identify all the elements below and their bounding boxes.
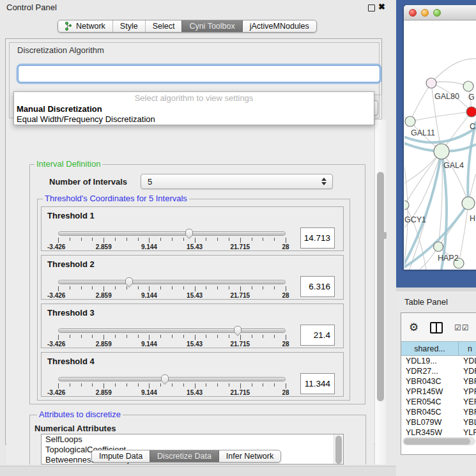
tab-label: Impute Data <box>99 452 142 461</box>
threshold-box: Threshold 2-3.4262.8599.14415.4321.71528… <box>41 255 344 300</box>
node-label-gal4: GAL4 <box>443 161 464 170</box>
tick-mark <box>127 383 127 387</box>
table-row[interactable]: YBR045CYBR0 <box>401 407 476 417</box>
tab-jactivemnodules[interactable]: jActiveMNodules <box>242 20 316 32</box>
tick-mark <box>252 335 252 338</box>
thresholds-group-title: Threshold's Coordinates for 5 Intervals <box>43 194 189 203</box>
table-row[interactable]: YDR27...YDR2 <box>401 366 476 376</box>
tick-mark <box>217 383 218 387</box>
tab-cyni-toolbox[interactable]: Cyni Toolbox <box>181 20 242 32</box>
close-icon[interactable]: ✖ <box>378 2 385 12</box>
threshold-label: Threshold 2 <box>47 259 95 269</box>
tick-label: -3.426 <box>47 243 65 250</box>
popup-item-selected[interactable]: Manual Discretization <box>14 104 374 114</box>
minimize-traffic-light[interactable] <box>421 9 429 17</box>
network-node-gal4[interactable] <box>434 144 449 159</box>
algorithm-combobox[interactable] <box>18 65 380 82</box>
tick-label: 2.859 <box>96 341 112 348</box>
table-panel-header: Table Panel <box>396 291 476 312</box>
tick-mark <box>149 335 150 340</box>
tick-label: 2.859 <box>96 389 112 396</box>
threshold-slider-track[interactable] <box>58 280 286 284</box>
table-toolbar: ⚙ ☑☑ <box>401 313 476 341</box>
network-node-gal80[interactable] <box>426 78 436 88</box>
table-row[interactable]: YER054CYER0 <box>401 397 476 407</box>
threshold-value-field[interactable]: 11.344 <box>300 373 335 394</box>
network-view-window: GAL80GCGAL11GAL4GCY1HHAP2 <box>404 5 476 270</box>
table-row[interactable]: YLR345WYLR3 <box>401 427 476 436</box>
table-rows: YDL19...YDL1YDR27...YDR2YBR043CYBR0YPR14… <box>401 356 476 436</box>
attributes-list-scrollbar[interactable] <box>334 434 343 464</box>
column-header-shared-name[interactable]: shared... <box>401 342 459 355</box>
tab-style[interactable]: Style <box>112 20 145 32</box>
close-traffic-light[interactable] <box>409 9 417 17</box>
tick-mark <box>217 238 218 241</box>
cell-shared-name: YDL19... <box>401 356 459 366</box>
tick-mark <box>274 383 275 387</box>
network-node-gal11[interactable] <box>405 116 415 127</box>
table-row[interactable]: YBR043CYBR0 <box>401 376 476 387</box>
cell-name: YLR3 <box>459 427 476 436</box>
network-canvas[interactable]: GAL80GCGAL11GAL4GCY1HHAP2 <box>404 20 476 270</box>
number-of-intervals-combobox[interactable]: 5 <box>141 174 333 189</box>
number-of-intervals-label: Number of Intervals <box>49 177 127 187</box>
popup-item-normal[interactable]: Equal Width/Frequency Discretization <box>14 114 374 125</box>
tick-mark <box>206 335 206 338</box>
network-node-red[interactable] <box>466 107 476 117</box>
tick-label: -3.426 <box>47 389 65 396</box>
threshold-value-field[interactable]: 14.713 <box>300 227 335 249</box>
tick-mark <box>160 335 161 338</box>
threshold-value-field[interactable]: 21.4 <box>300 325 335 346</box>
list-item[interactable]: SelfLoops <box>42 434 343 445</box>
tick-mark <box>115 238 116 241</box>
threshold-slider-track[interactable] <box>58 377 286 381</box>
table-row[interactable]: YBL079WYBL0 <box>401 417 476 427</box>
splitter-handle[interactable] <box>383 232 387 239</box>
tick-mark <box>274 238 275 241</box>
tick-label: 9.144 <box>141 292 157 299</box>
column-header-name[interactable]: n <box>459 342 476 355</box>
tick-mark <box>138 238 139 241</box>
tick-mark <box>229 286 229 289</box>
popup-item-placeholder[interactable]: Select algorithm to view settings <box>14 93 374 104</box>
tick-mark <box>92 383 93 387</box>
tab-label: jActiveMNodules <box>250 22 309 31</box>
node-label-gcy1: GCY1 <box>404 215 426 224</box>
table-row[interactable]: YPR145WYPR1 <box>401 387 476 397</box>
tick-mark <box>229 335 229 338</box>
tick-mark <box>195 286 196 291</box>
threshold-slider-track[interactable] <box>58 328 286 333</box>
tick-mark <box>70 383 70 387</box>
threshold-slider-track[interactable] <box>58 231 286 236</box>
network-node-gcy1[interactable] <box>404 201 409 210</box>
tab-select[interactable]: Select <box>145 20 182 32</box>
tick-mark <box>115 335 116 338</box>
table-row[interactable]: YDL19...YDL1 <box>401 356 476 366</box>
tab-network[interactable]: Network <box>58 20 112 32</box>
network-node-hap2[interactable] <box>434 242 443 252</box>
tick-mark <box>160 286 161 289</box>
tab-infer-network[interactable]: Infer Network <box>219 450 280 462</box>
tick-label: 28 <box>282 292 289 299</box>
right-side: GAL80GCGAL11GAL4GCY1HHAP2 Table Panel ⚙ … <box>396 0 476 476</box>
zoom-traffic-light[interactable] <box>433 9 441 17</box>
tick-mark <box>263 383 263 387</box>
network-graph: GAL80GCGAL11GAL4GCY1HHAP2 <box>404 20 476 270</box>
network-node-h[interactable] <box>462 197 475 210</box>
tab-discretize-data[interactable]: Discretize Data <box>150 450 219 462</box>
checkbox-icons[interactable]: ☑☑ <box>454 323 470 332</box>
tick-mark <box>127 238 127 241</box>
network-node-g[interactable] <box>463 81 473 91</box>
vertical-scrollbar[interactable] <box>374 119 386 464</box>
tick-mark <box>104 286 104 291</box>
tab-impute-data[interactable]: Impute Data <box>92 450 150 462</box>
float-window-icon[interactable] <box>368 4 375 12</box>
table-header-row: shared... n <box>401 341 476 356</box>
columns-icon[interactable] <box>430 322 443 334</box>
threshold-value-field[interactable]: 6.316 <box>300 276 335 297</box>
horizontal-scrollbar[interactable] <box>403 437 475 445</box>
tick-mark <box>240 335 241 340</box>
gear-icon[interactable]: ⚙ <box>409 321 418 334</box>
slider-ticks <box>58 335 286 341</box>
tick-mark <box>92 238 93 241</box>
